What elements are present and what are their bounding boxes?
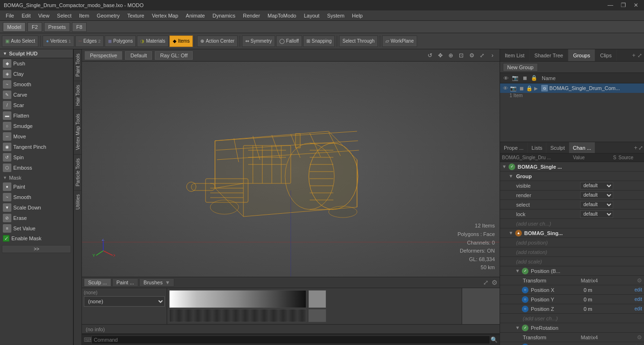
more-button[interactable]: >>	[2, 245, 71, 253]
viewport-3d[interactable]: X Y Z 12 Items Polygons : Face Channels:…	[82, 62, 500, 277]
visible-dropdown[interactable]: default	[580, 182, 613, 190]
enable-mask-row[interactable]: ✓ Enable Mask	[0, 234, 73, 243]
polygons-button[interactable]: ◼ Polygons	[105, 36, 136, 47]
tool-smudge[interactable]: ○ Smudge	[0, 121, 73, 131]
transform-prerot-settings-icon[interactable]: ⚙	[637, 334, 642, 341]
properties-tab[interactable]: Prope ...	[500, 142, 528, 153]
pos-z-edit-link[interactable]: edit	[635, 306, 642, 311]
transform-settings-icon[interactable]: ⚙	[637, 277, 642, 284]
maximize-button[interactable]: ❐	[619, 2, 628, 9]
menu-layout[interactable]: Layout	[300, 12, 323, 19]
menu-select[interactable]: Select	[53, 12, 75, 19]
render-dropdown[interactable]: default	[580, 191, 613, 199]
presets-button[interactable]: Presets	[44, 22, 70, 32]
brush-preview-small-2[interactable]	[308, 309, 326, 322]
tool-carve[interactable]: ✎ Carve	[0, 90, 73, 100]
lock-dropdown[interactable]: default	[580, 210, 613, 218]
model-mode-button[interactable]: Model	[3, 22, 26, 32]
vertex-map-tools-tab[interactable]: Vertex Map Tools	[74, 109, 81, 154]
tool-spin[interactable]: ↺ Spin	[0, 152, 73, 163]
expand-icon[interactable]: ⤢	[478, 51, 486, 60]
pan-icon[interactable]: ✥	[436, 51, 445, 60]
menu-dynamics[interactable]: Dynamics	[209, 12, 239, 19]
snapping-button[interactable]: ⊞ Snapping	[303, 36, 335, 47]
rotate-icon[interactable]: ↺	[426, 51, 434, 60]
menu-system[interactable]: System	[323, 12, 349, 19]
default-tab[interactable]: Default	[125, 51, 152, 60]
brush-preview-dark[interactable]	[169, 309, 306, 322]
tool-paint-mask[interactable]: ● Paint	[0, 182, 73, 192]
menu-vertex-map[interactable]: Vertex Map	[148, 12, 182, 19]
menu-maptomodo[interactable]: MapToModo	[264, 12, 300, 19]
hair-tools-tab[interactable]: Hair Tools	[74, 81, 81, 109]
channels-tab[interactable]: Chan ...	[569, 142, 596, 153]
props-row-root[interactable]: ▼ ✓ BOMAG_Single ...	[500, 162, 644, 172]
brush-dropdown[interactable]: (none)	[84, 296, 165, 307]
tool-emboss[interactable]: ⬡ Emboss	[0, 163, 73, 173]
bottom-settings-icon[interactable]: ⚙	[492, 279, 498, 286]
symmetry-button[interactable]: ⇔ Symmetry	[242, 36, 275, 47]
select-dropdown[interactable]: default	[580, 201, 613, 209]
fit-icon[interactable]: ⊡	[457, 51, 465, 60]
paint-tools-tab[interactable]: Paint Tools	[74, 49, 81, 81]
auto-select-button[interactable]: ▣ Auto Select	[2, 36, 38, 47]
tool-move[interactable]: ↔ Move	[0, 131, 73, 142]
edges-button[interactable]: ─ Edges 2	[75, 36, 104, 47]
items-button[interactable]: ◆ Items	[170, 36, 193, 47]
brush-preview-small[interactable]	[308, 290, 326, 308]
clips-tab[interactable]: Clips	[595, 49, 617, 61]
tool-flatten[interactable]: ▬ Flatten	[0, 110, 73, 121]
tool-scale-down[interactable]: ▼ Scale Down	[0, 202, 73, 213]
tool-smooth-sculpt[interactable]: ~ Smooth	[0, 79, 73, 90]
menu-item[interactable]: Item	[75, 12, 93, 19]
utilities-tab[interactable]: Utilities	[74, 190, 81, 213]
props-add-icon[interactable]: +	[634, 145, 637, 151]
add-tab-icon[interactable]: +	[632, 52, 635, 59]
tool-tangent-pinch[interactable]: ◉ Tangent Pinch	[0, 142, 73, 152]
workplane-button[interactable]: ▱ WorkPlane	[382, 36, 417, 47]
props-row-position-section[interactable]: ▼ ✓ Position (B...	[500, 266, 644, 276]
menu-help[interactable]: Help	[348, 12, 367, 19]
menu-render[interactable]: Render	[239, 12, 264, 19]
materials-button[interactable]: ◑ Materials	[137, 36, 169, 47]
menu-edit[interactable]: Edit	[18, 12, 35, 19]
f2-button[interactable]: F2	[27, 22, 42, 32]
brush-preview-gradient[interactable]	[169, 290, 306, 308]
menu-view[interactable]: View	[35, 12, 54, 19]
menu-animate[interactable]: Animate	[182, 12, 208, 19]
menu-file[interactable]: File	[2, 12, 18, 19]
new-group-button[interactable]: New Group	[503, 63, 538, 72]
settings-icon[interactable]: ⚙	[467, 51, 476, 60]
tool-push[interactable]: ◆ Push	[0, 58, 73, 69]
props-row-prerotation-section[interactable]: ▼ ✓ PreRotation	[500, 323, 644, 333]
sculpt-props-tab[interactable]: Sculpt	[546, 142, 569, 153]
props-row-group[interactable]: ▼ Group	[500, 172, 644, 181]
command-input[interactable]	[91, 336, 490, 344]
shader-tree-tab[interactable]: Shader Tree	[530, 49, 569, 61]
enable-mask-checkbox[interactable]: ✓	[3, 235, 9, 242]
minimize-button[interactable]: —	[606, 2, 615, 9]
bottom-expand-icon[interactable]: ⤢	[483, 279, 489, 286]
groups-tab[interactable]: Groups	[568, 49, 595, 61]
tool-scar[interactable]: / Scar	[0, 100, 73, 110]
brushes-tab[interactable]: Brushes ▼	[139, 278, 174, 287]
sculpt-tab[interactable]: Sculp ...	[84, 278, 111, 287]
zoom-icon[interactable]: ⊕	[447, 51, 455, 60]
pos-y-edit-link[interactable]: edit	[635, 297, 642, 302]
menu-texture[interactable]: Texture	[124, 12, 148, 19]
item-row-root[interactable]: 👁 📷 ◼ 🔒 ▶ G BOMAG_Single_Drum_Com...	[500, 83, 644, 93]
paint-tab[interactable]: Paint ...	[112, 278, 138, 287]
perspective-tab[interactable]: Perspective	[85, 51, 122, 60]
vertices-button[interactable]: ● Vertices 1	[43, 36, 74, 47]
lists-tab[interactable]: Lists	[528, 142, 547, 153]
tool-clay[interactable]: ◈ Clay	[0, 69, 73, 79]
tool-set-value[interactable]: ≡ Set Value	[0, 223, 73, 234]
menu-geometry[interactable]: Geometry	[93, 12, 123, 19]
expand-right-icon[interactable]: ⤢	[637, 52, 642, 59]
tool-erase[interactable]: ⊘ Erase	[0, 213, 73, 223]
tool-smooth-mask[interactable]: ~ Smooth	[0, 192, 73, 202]
pos-x-edit-link[interactable]: edit	[635, 287, 642, 292]
particle-tools-tab[interactable]: Particle Tools	[74, 154, 81, 190]
select-through-button[interactable]: Select Through	[339, 36, 378, 47]
props-expand-icon[interactable]: ⤢	[638, 145, 643, 151]
